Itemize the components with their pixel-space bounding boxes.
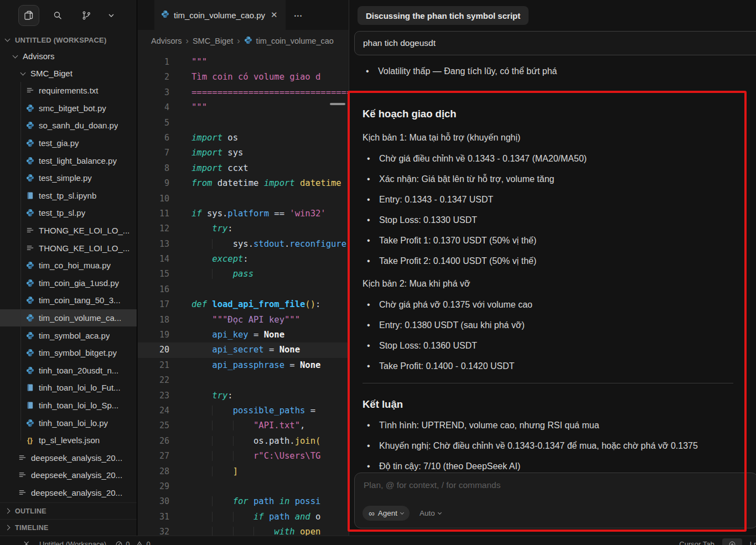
python-icon: [25, 279, 34, 287]
cursor-tab-status[interactable]: Cursor Tab: [679, 540, 714, 545]
chevron-right-icon: [5, 508, 11, 514]
file-name: tim_coin_gia_1usd.py: [39, 278, 119, 288]
file-name: tim_symbol_aca.py: [39, 331, 110, 340]
line-number: 11: [138, 206, 169, 221]
file-name: test_light_balance.py: [39, 156, 117, 165]
error-icon: [115, 541, 123, 545]
code-line: 8import ccxt: [138, 161, 349, 176]
folder-label: Advisors: [23, 51, 55, 61]
breadcrumb-item[interactable]: tim_coin_volume_cao: [256, 37, 334, 45]
file-name: so_sanh_du_doan.py: [39, 121, 118, 130]
remote-icon[interactable]: [22, 540, 30, 545]
assistant-bullet-text: Volatility thấp — Đang tích lũy, có thể …: [378, 66, 557, 76]
chat-bullet-item: Entry: 0.1343 - 0.1347 USDT: [363, 194, 733, 205]
line-number: 20: [138, 342, 169, 357]
agent-mode-label: Agent: [378, 509, 397, 517]
error-count: 0: [126, 540, 130, 545]
warning-icon: [136, 541, 143, 545]
file-name: tim_coin_volume_ca...: [39, 313, 121, 323]
add-icon[interactable]: [722, 538, 742, 545]
folder-smc-biget[interactable]: SMC_Biget: [0, 65, 137, 82]
file-tree: requirements.txtsmc_bitget_bot.pyso_sanh…: [0, 82, 137, 502]
file-name: tinh_toan_loi_lo_Sp...: [39, 401, 118, 410]
code-area: 1"""2Tìm coin có volume giao d3=========…: [138, 52, 349, 545]
code-line: 21 api_passphrase = None: [138, 358, 349, 373]
line-number: 9: [138, 176, 169, 191]
chat-bullet-item: Xác nhận: Giá bật lên từ hỗ trợ, volume …: [363, 174, 733, 185]
workspace-status-label: Untitled (Workspace): [39, 540, 106, 545]
code-line: 6import os: [138, 131, 349, 146]
chat-input-box[interactable]: Agent Auto: [354, 473, 756, 528]
chat-bullet-item: Take Profit: 0.1400 - 0.1420 USDT: [363, 361, 733, 372]
line-number: 8: [138, 161, 169, 176]
python-icon: [25, 331, 34, 340]
chat-bullet-item: Độ tin cậy: 7/10 (theo DeepSeek AI): [363, 461, 733, 472]
python-icon: [25, 419, 34, 427]
outline-section[interactable]: OUTLINE: [0, 502, 137, 519]
workspace-status[interactable]: Untitled (Workspace): [39, 540, 106, 545]
outline-label: OUTLINE: [15, 507, 46, 515]
breadcrumb-item[interactable]: SMC_Biget: [193, 37, 233, 45]
problems-status[interactable]: 0 0: [115, 540, 150, 545]
file-row[interactable]: deepseek_analysis_20...: [0, 449, 137, 466]
chat-bullet-item: Chờ giá điều chỉnh về 0.1343 - 0.1347 (M…: [363, 153, 733, 164]
file-name: smc_bitget_bot.py: [39, 103, 106, 113]
file-name: test_tp_sl.py: [39, 208, 85, 217]
source-control-icon[interactable]: [76, 5, 97, 26]
code-line: 24 possible_paths =: [138, 403, 349, 418]
tab-bar: tim_coin_volume_cao.py: [138, 0, 349, 30]
line-number: 28: [138, 464, 169, 479]
textfile-icon: [25, 86, 34, 95]
code-line: 12 try:: [138, 221, 349, 236]
python-icon: [25, 104, 34, 112]
chat-context-pill[interactable]: Discussing the phan tich symbol script: [358, 6, 529, 25]
line-number: 16: [138, 282, 169, 297]
tab-tim-coin-volume-cao[interactable]: tim_coin_volume_cao.py: [154, 0, 286, 30]
user-message-box: phan tich dogeusdt: [354, 31, 756, 55]
app-window: UNTITLED (WORKSPACE) Advisors SMC_Biget …: [0, 0, 756, 545]
line-indicator[interactable]: Ln 2: [750, 540, 756, 545]
ai-chat-panel: Discussing the phan tich symbol script p…: [349, 0, 756, 545]
line-number: 31: [138, 510, 169, 525]
python-icon: [25, 121, 34, 129]
explorer-sidebar: UNTITLED (WORKSPACE) Advisors SMC_Biget …: [0, 0, 137, 545]
line-number: 23: [138, 388, 169, 403]
code-line: 20 api_secret = None: [138, 342, 349, 357]
search-icon[interactable]: [47, 5, 68, 26]
workspace-header[interactable]: UNTITLED (WORKSPACE): [0, 32, 137, 48]
timeline-section[interactable]: TIMELINE: [0, 519, 137, 536]
python-icon: [25, 157, 34, 165]
breadcrumb-item[interactable]: Advisors: [151, 37, 182, 45]
code-line: 19 api_key = None: [138, 328, 349, 342]
code-line: 27 r"C:\Users\TG: [138, 449, 349, 464]
line-number: 22: [138, 373, 169, 388]
scrollbar-thumb[interactable]: [330, 103, 345, 105]
chat-input[interactable]: [363, 480, 734, 491]
file-name: tinh_toan_loi_lo_Fut...: [39, 383, 121, 392]
file-name: THONG_KE_LOI_LO_...: [39, 226, 130, 235]
chat-bullet-item: Entry: 0.1380 USDT (sau khi phá vỡ): [363, 320, 733, 331]
textfile-icon: [25, 226, 34, 235]
chat-subheading: Kịch bản 2: Mua khi phá vỡ: [363, 278, 733, 289]
activity-more-icon[interactable]: [105, 5, 118, 26]
file-row[interactable]: deepseek_analysis_20...: [0, 484, 137, 502]
file-row[interactable]: deepseek_analysis_20...: [0, 466, 137, 484]
textfile-icon: [18, 454, 27, 462]
python-icon: [25, 139, 34, 147]
file-name: tim_coin_tang_50_3...: [39, 295, 121, 305]
agent-mode-dropdown[interactable]: Agent: [363, 506, 410, 521]
close-tab-icon[interactable]: [270, 10, 279, 20]
python-icon: [25, 296, 34, 304]
folder-advisors[interactable]: Advisors: [0, 48, 137, 65]
line-number: 14: [138, 252, 169, 267]
model-dropdown[interactable]: Auto: [420, 509, 441, 517]
line-number: 15: [138, 267, 169, 282]
tab-overflow-icon[interactable]: [294, 9, 303, 20]
textfile-icon: [18, 471, 27, 479]
explorer-icon[interactable]: [18, 5, 39, 26]
chevron-right-icon: [5, 525, 11, 531]
code-line: 9from datetime import datetime: [138, 176, 349, 191]
line-number: 29: [138, 479, 169, 494]
textfile-icon: [18, 489, 27, 497]
notebook-icon: [25, 383, 34, 392]
